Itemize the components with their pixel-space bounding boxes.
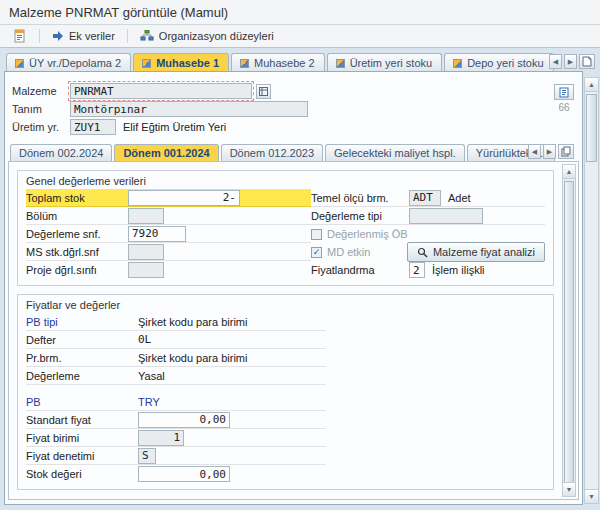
tab-donem-001-2024[interactable]: Dönem 001.2024: [114, 144, 218, 161]
degerleme-snf-field[interactable]: 7920: [128, 226, 186, 242]
malzeme-fiyat-analizi-button[interactable]: Malzeme fiyat analizi: [407, 242, 545, 262]
md-etkin-label: MD etkin: [327, 246, 370, 258]
tab-depo-yeri-stoku[interactable]: Depo yeri stoku: [444, 53, 553, 72]
left-column: Toplam stok 2- Bölüm Değerleme snf. 7920…: [26, 189, 311, 279]
fiyat-birimi-label: Fiyat birimi: [26, 432, 138, 444]
tab-label: Dönem 002.2024: [19, 147, 103, 159]
period-list-button[interactable]: [558, 144, 574, 159]
tab-label: Depo yeri stoku: [467, 57, 543, 69]
scroll-up-button[interactable]: ▲: [585, 78, 598, 92]
pr-brm-value: Şirket kodu para birimi: [138, 352, 247, 364]
md-etkin-checkbox[interactable]: ✓: [311, 247, 322, 258]
panel-scrollbar[interactable]: ▲ ▼: [562, 164, 576, 497]
degerleme-label: Değerleme: [26, 370, 138, 382]
degerlenmis-ob-checkbox[interactable]: [311, 229, 322, 240]
pb-tipi-label: PB tipi: [26, 316, 138, 328]
tanim-field[interactable]: Montörpınar: [70, 101, 308, 117]
tanim-label: Tanım: [12, 103, 70, 115]
scrollbar-thumb[interactable]: [586, 94, 597, 162]
tab-list-button[interactable]: [579, 54, 595, 69]
document-icon: [13, 29, 27, 43]
degerleme-tipi-field[interactable]: [409, 208, 483, 224]
fiyat-birimi-field[interactable]: 1: [138, 430, 184, 446]
stok-degeri-field[interactable]: 0,00: [138, 466, 230, 482]
fiyat-denetimi-field[interactable]: S: [138, 448, 156, 464]
document-button[interactable]: [6, 27, 34, 45]
ms-stk-field[interactable]: [128, 244, 164, 260]
bolum-label: Bölüm: [26, 210, 128, 222]
field-row-ms-stk: MS stk.dğrl.snf: [26, 243, 311, 261]
scroll-down-button[interactable]: ▼: [563, 482, 575, 496]
tab-content-panel: Genel değerleme verileri Toplam stok 2- …: [8, 161, 579, 500]
tab-sheet-icon: [336, 59, 345, 68]
row-spacer: [26, 385, 326, 393]
tab-muhasebe-1[interactable]: Muhasebe 1: [133, 53, 229, 72]
malzeme-field[interactable]: PNRMAT: [70, 83, 252, 99]
degerleme-tipi-label: Değerleme tipi: [311, 210, 409, 222]
degerleme-snf-label: Değerleme snf.: [26, 228, 128, 240]
scroll-down-button[interactable]: ▼: [585, 489, 598, 503]
tab-scroll-right-button[interactable]: ▶: [564, 54, 577, 69]
field-row-pb: PB TRY: [26, 393, 326, 411]
fiyatlandrma-description: İşlem ilişkli: [432, 264, 485, 276]
temel-olcu-field[interactable]: ADT: [409, 190, 441, 206]
checkbox-row-md-etkin: ✓ MD etkin Malzeme fiyat analizi: [311, 243, 545, 261]
scroll-up-button[interactable]: ▲: [563, 165, 575, 179]
main-content-frame: Malzeme PNRMAT Tanım Montörpınar Üretim …: [4, 71, 583, 505]
period-tabstrip-controls: ◀ ▶: [528, 144, 574, 159]
scroll-down-icon: ▼: [566, 486, 573, 493]
tab-label: Üretim yeri stoku: [350, 57, 433, 69]
malzeme-fiyat-analizi-label: Malzeme fiyat analizi: [433, 246, 535, 258]
field-row-degerleme: Değerleme Yasal: [26, 367, 326, 385]
copy-pages-icon: [561, 146, 571, 157]
tab-label: Dönem 001.2024: [123, 147, 209, 159]
right-column: Temel ölçü brm. ADT Adet Değerleme tipi …: [311, 189, 545, 279]
org-duzeyleri-button[interactable]: Organizasyon düzeyleri: [133, 28, 281, 44]
ek-veriler-label: Ek veriler: [69, 30, 115, 42]
tab-sheet-icon: [142, 59, 151, 68]
magnifier-icon: [417, 247, 428, 258]
field-row-temel-olcu: Temel ölçü brm. ADT Adet: [311, 189, 545, 207]
tab-uy-depolama-2[interactable]: ÜY vr./Depolama 2: [6, 53, 131, 72]
field-row-degerleme-snf: Değerleme snf. 7920: [26, 225, 311, 243]
tab-uretim-yeri-stoku[interactable]: Üretim yeri stoku: [327, 53, 443, 72]
stok-degeri-label: Stok değeri: [26, 468, 138, 480]
page-title: Malzeme PNRMAT görüntüle (Mamul): [9, 5, 228, 20]
toplam-stok-field[interactable]: 2-: [128, 190, 240, 206]
pb-tipi-value: Şirket kodu para birimi: [138, 316, 247, 328]
org-duzeyleri-label: Organizasyon düzeyleri: [159, 30, 274, 42]
ek-veriler-button[interactable]: Ek veriler: [45, 28, 122, 44]
scrollbar-thumb[interactable]: [564, 181, 574, 489]
uretim-yeri-field[interactable]: ZUY1: [70, 119, 116, 135]
bolum-field[interactable]: [128, 208, 164, 224]
period-tabstrip: Dönem 002.2024 Dönem 001.2024 Dönem 012.…: [10, 142, 522, 161]
group-columns: Toplam stok 2- Bölüm Değerleme snf. 7920…: [26, 189, 545, 279]
field-row-proje: Proje dğrl.sınfı: [26, 261, 311, 279]
info-button[interactable]: [554, 84, 574, 100]
tab-label: Muhasebe 1: [156, 57, 219, 69]
main-tabstrip: ÜY vr./Depolama 2 Muhasebe 1 Muhasebe 2 …: [6, 51, 538, 72]
field-row-standart-fiyat: Standart fiyat 0,00: [26, 411, 326, 429]
titlebar: Malzeme PNRMAT görüntüle (Mamul): [0, 0, 600, 25]
field-row-pb-tipi: PB tipi Şirket kodu para birimi: [26, 313, 326, 331]
selection-outline: PNRMAT: [70, 83, 252, 99]
fiyatlandrma-field[interactable]: 2: [409, 262, 425, 278]
tab-muhasebe-2[interactable]: Muhasebe 2: [231, 53, 325, 72]
tab-gelecekteki-maliyet[interactable]: Gelecekteki maliyet hspl.: [325, 144, 465, 161]
period-scroll-right-button[interactable]: ▶: [543, 144, 556, 159]
scroll-down-icon: ▼: [588, 493, 595, 500]
standart-fiyat-field[interactable]: 0,00: [138, 412, 230, 428]
degerlenmis-ob-label: Değerlenmiş ÖB: [327, 228, 408, 240]
tab-scroll-left-button[interactable]: ◀: [549, 54, 562, 69]
proje-field[interactable]: [128, 262, 164, 278]
scroll-right-icon: ▶: [547, 148, 552, 156]
pr-brm-label: Pr.brm.: [26, 352, 138, 364]
field-row-degerleme-tipi: Değerleme tipi: [311, 207, 545, 225]
window-scrollbar[interactable]: ▲ ▼: [584, 77, 599, 504]
toplam-stok-label: Toplam stok: [26, 192, 128, 204]
tab-donem-012-2023[interactable]: Dönem 012.2023: [221, 144, 323, 161]
period-scroll-left-button[interactable]: ◀: [528, 144, 541, 159]
matchcode-button[interactable]: [256, 84, 271, 99]
tab-donem-002-2024[interactable]: Dönem 002.2024: [10, 144, 112, 161]
sap-window: { "colors": { "active_tab": "#fbd34b", "…: [0, 0, 600, 510]
